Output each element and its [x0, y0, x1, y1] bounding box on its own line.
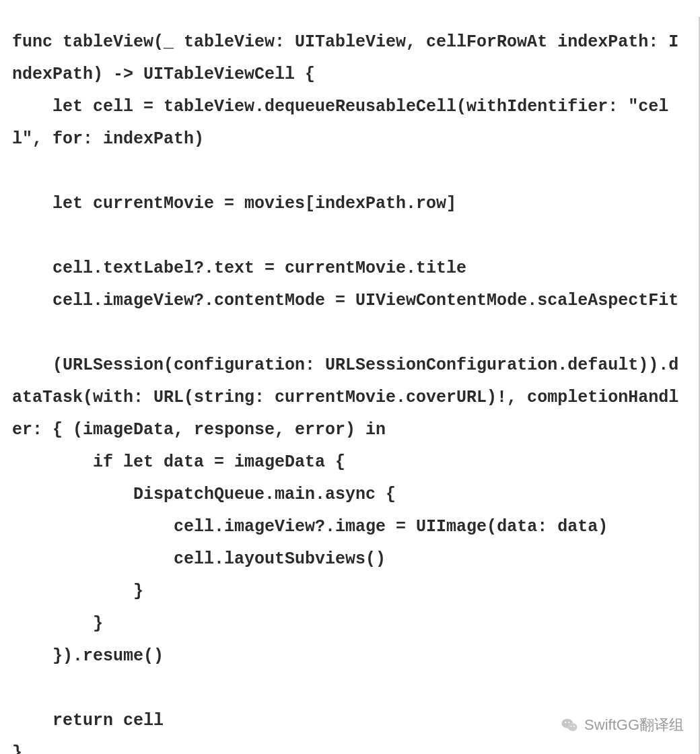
- code-text: func tableView(_ tableView: UITableView,…: [12, 32, 678, 754]
- code-block: func tableView(_ tableView: UITableView,…: [0, 17, 700, 754]
